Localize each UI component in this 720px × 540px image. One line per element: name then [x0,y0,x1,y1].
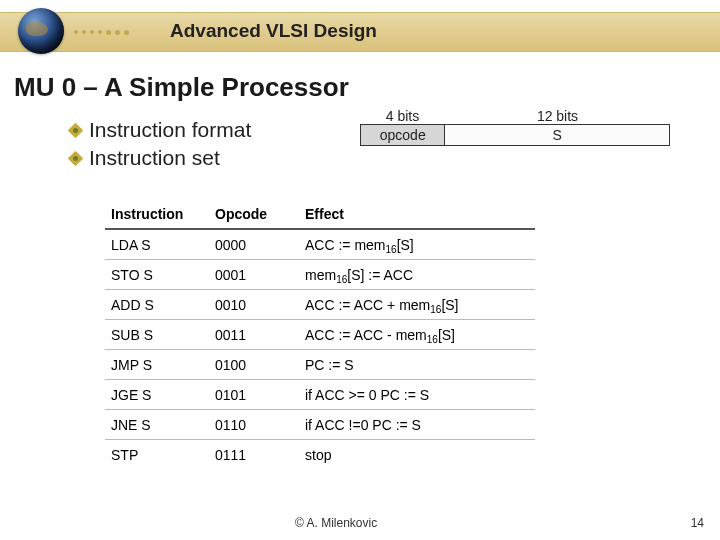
cell: 0000 [215,237,305,253]
cell: ACC := ACC - mem16[S] [305,327,535,343]
field-s: S [445,125,669,145]
cell: 0001 [215,267,305,283]
col-effect: Effect [305,206,535,222]
cell: SUB S [105,327,215,343]
table-row: JNE S 0110 if ACC !=0 PC := S [105,410,535,440]
diamond-bullet-icon [68,122,84,138]
field-opcode: opcode [361,125,445,145]
table-row: SUB S 0011 ACC := ACC - mem16[S] [105,320,535,350]
cell: ADD S [105,297,215,313]
cell: 0011 [215,327,305,343]
course-title: Advanced VLSI Design [170,20,377,42]
instruction-format-diagram: 4 bits 12 bits opcode S [360,108,670,146]
diamond-bullet-icon [68,150,84,166]
table-header: Instruction Opcode Effect [105,200,535,230]
footer-author: © A. Milenkovic [295,516,377,530]
bullet-text: Instruction set [89,146,220,170]
cell: JGE S [105,387,215,403]
cell: 0111 [215,447,305,463]
cell: stop [305,447,535,463]
field-bits-label: 12 bits [445,108,670,124]
table-row: JMP S 0100 PC := S [105,350,535,380]
table-row: LDA S 0000 ACC := mem16[S] [105,230,535,260]
list-item: Instruction set [70,146,251,170]
list-item: Instruction format [70,118,251,142]
cell: STO S [105,267,215,283]
decorative-dots [74,30,129,35]
cell: if ACC >= 0 PC := S [305,387,535,403]
table-row: JGE S 0101 if ACC >= 0 PC := S [105,380,535,410]
instruction-set-table: Instruction Opcode Effect LDA S 0000 ACC… [105,200,535,470]
table-row: ADD S 0010 ACC := ACC + mem16[S] [105,290,535,320]
table-row: STP 0111 stop [105,440,535,470]
col-opcode: Opcode [215,206,305,222]
cell: if ACC !=0 PC := S [305,417,535,433]
col-instruction: Instruction [105,206,215,222]
slide-title: MU 0 – A Simple Processor [14,72,349,103]
cell: JMP S [105,357,215,373]
bullet-list: Instruction format Instruction set [70,118,251,174]
cell: STP [105,447,215,463]
field-bits-label: 4 bits [360,108,445,124]
cell: mem16[S] := ACC [305,267,535,283]
cell: LDA S [105,237,215,253]
cell: 0110 [215,417,305,433]
page-number: 14 [691,516,704,530]
bullet-text: Instruction format [89,118,251,142]
cell: ACC := ACC + mem16[S] [305,297,535,313]
cell: ACC := mem16[S] [305,237,535,253]
cell: 0101 [215,387,305,403]
cell: PC := S [305,357,535,373]
cell: JNE S [105,417,215,433]
cell: 0100 [215,357,305,373]
table-row: STO S 0001 mem16[S] := ACC [105,260,535,290]
cell: 0010 [215,297,305,313]
globe-icon [18,8,64,54]
